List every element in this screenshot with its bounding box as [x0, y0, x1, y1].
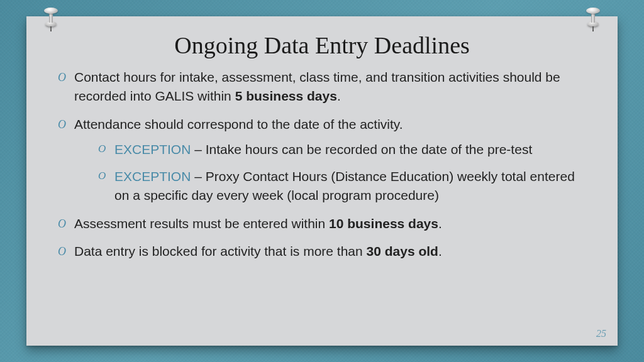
slide-title: Ongoing Data Entry Deadlines — [57, 31, 587, 59]
bullet-text: Assessment results must be entered withi… — [74, 216, 329, 231]
pushpin-right-icon — [585, 8, 601, 33]
list-item: EXCEPTION – Proxy Contact Hours (Distanc… — [97, 167, 587, 206]
list-item: Assessment results must be entered withi… — [57, 214, 587, 233]
bullet-list: Contact hours for intake, assessment, cl… — [57, 68, 587, 261]
exception-label: EXCEPTION — [114, 169, 191, 184]
bold-text: 10 business days — [329, 216, 438, 231]
bullet-text: . — [337, 89, 341, 103]
list-item: EXCEPTION – Intake hours can be recorded… — [97, 140, 587, 159]
slide-card: Ongoing Data Entry Deadlines Contact hou… — [26, 16, 618, 346]
bullet-text: Data entry is blocked for activity that … — [74, 244, 367, 258]
bullet-text: – Intake hours can be recorded on the da… — [191, 142, 532, 156]
bullet-text: . — [438, 244, 442, 258]
page-number: 25 — [596, 328, 606, 339]
exception-label: EXCEPTION — [114, 142, 191, 156]
bullet-text: Attendance should correspond to the date… — [74, 117, 403, 131]
list-item: Data entry is blocked for activity that … — [57, 242, 587, 261]
sub-bullet-list: EXCEPTION – Intake hours can be recorded… — [74, 140, 587, 205]
bold-text: 30 days old — [367, 244, 438, 258]
bullet-text: . — [438, 216, 442, 231]
bold-text: 5 business days — [235, 89, 337, 103]
list-item: Contact hours for intake, assessment, cl… — [57, 68, 587, 106]
list-item: Attendance should correspond to the date… — [57, 115, 587, 206]
pushpin-left-icon — [43, 8, 59, 33]
